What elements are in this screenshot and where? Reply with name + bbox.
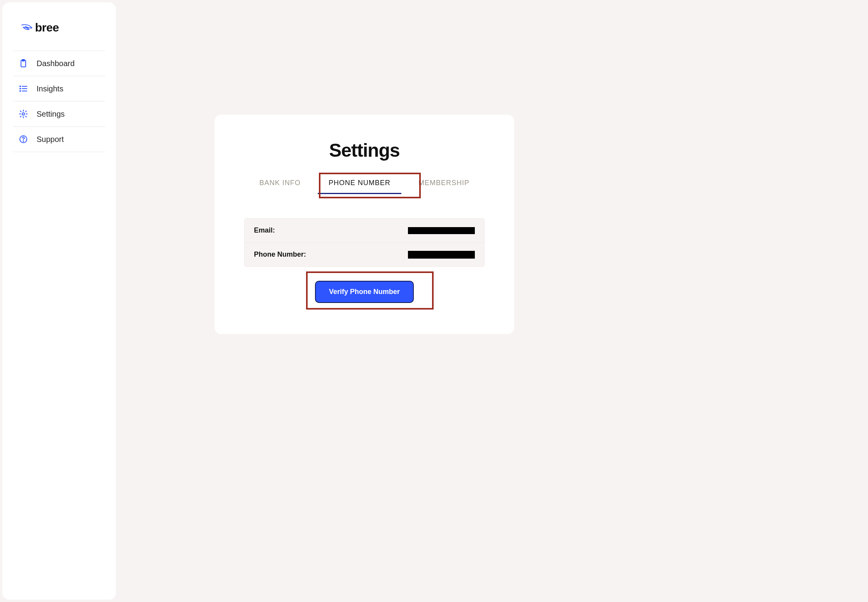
tab-phone-number[interactable]: PHONE NUMBER <box>329 175 390 194</box>
sidebar-item-label: Insights <box>37 84 63 93</box>
phone-value-redacted <box>408 251 475 259</box>
gear-icon <box>19 109 28 119</box>
account-info-block: Email: Phone Number: <box>244 218 485 267</box>
svg-point-6 <box>20 91 21 91</box>
brand-name: bree <box>35 21 59 34</box>
tab-bank-info[interactable]: BANK INFO <box>259 175 301 194</box>
brand-logo: bree <box>13 21 105 51</box>
clipboard-icon <box>19 59 28 68</box>
svg-point-2 <box>20 86 21 87</box>
settings-card: Settings BANK INFO PHONE NUMBER MEMBERSH… <box>215 115 514 334</box>
email-value-redacted <box>408 227 475 234</box>
main-content: Settings BANK INFO PHONE NUMBER MEMBERSH… <box>118 0 868 602</box>
svg-point-10 <box>23 141 24 142</box>
verify-phone-button[interactable]: Verify Phone Number <box>315 281 414 303</box>
sidebar-item-settings[interactable]: Settings <box>13 102 105 127</box>
sidebar-item-dashboard[interactable]: Dashboard <box>13 51 105 76</box>
svg-point-8 <box>22 113 24 115</box>
verify-section: Verify Phone Number <box>226 281 502 303</box>
sidebar: bree Dashboard Insights Settings Support <box>2 2 116 600</box>
wing-icon <box>21 23 33 32</box>
settings-tabs: BANK INFO PHONE NUMBER MEMBERSHIP <box>226 175 502 194</box>
help-icon <box>19 135 28 144</box>
sidebar-item-label: Dashboard <box>37 59 75 68</box>
sidebar-item-insights[interactable]: Insights <box>13 76 105 102</box>
page-title: Settings <box>226 140 502 161</box>
sidebar-item-label: Settings <box>37 110 65 119</box>
email-row: Email: <box>245 219 484 243</box>
email-label: Email: <box>254 226 275 234</box>
sidebar-item-label: Support <box>37 135 64 144</box>
svg-point-4 <box>20 88 21 89</box>
list-icon <box>19 84 28 93</box>
phone-label: Phone Number: <box>254 250 306 259</box>
sidebar-item-support[interactable]: Support <box>13 127 105 152</box>
phone-row: Phone Number: <box>245 243 484 266</box>
tab-membership[interactable]: MEMBERSHIP <box>418 175 469 194</box>
